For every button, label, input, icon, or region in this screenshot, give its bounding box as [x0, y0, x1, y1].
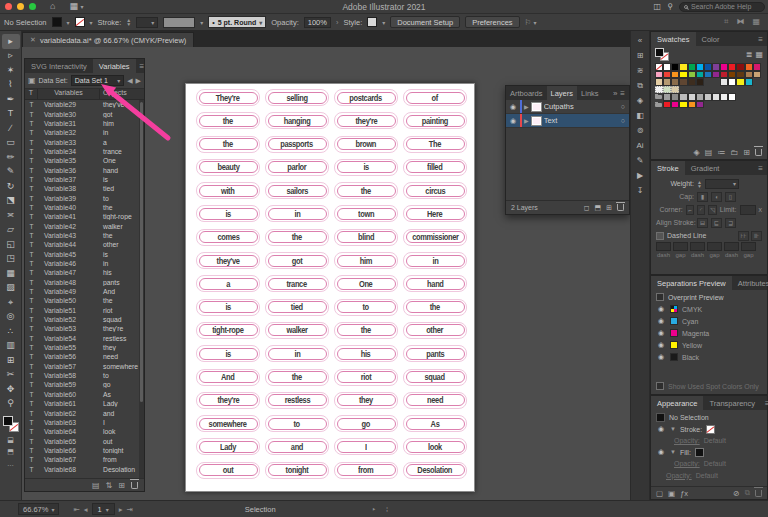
word-card[interactable]: him — [334, 252, 398, 269]
delete-item-icon[interactable] — [755, 490, 762, 497]
eyedropper-tool[interactable]: ⌖ — [2, 295, 20, 310]
plate-row[interactable]: ◉ Cyan — [651, 315, 767, 327]
gradient-tool[interactable]: ▨ — [2, 281, 20, 296]
object-opacity-link[interactable]: Opacity: — [666, 472, 692, 479]
visibility-eye-icon[interactable]: ◉ — [508, 103, 518, 111]
word-card[interactable]: is — [196, 299, 260, 316]
variable-row[interactable]: T Variable46 in — [25, 259, 144, 268]
color-swatch[interactable] — [696, 93, 704, 101]
word-card[interactable]: tied — [265, 299, 329, 316]
variable-row[interactable]: T Variable40 the — [25, 203, 144, 212]
color-swatch[interactable] — [736, 71, 744, 79]
tab-transparency[interactable]: Transparency — [703, 396, 761, 410]
round-join-icon[interactable]: ◜ — [697, 205, 705, 215]
document-tab[interactable]: ✕ variabledata.ai* @ 66.67% (CMYK/Previe… — [22, 32, 194, 47]
close-tab-icon[interactable]: ✕ — [30, 36, 36, 44]
delete-layer-icon[interactable] — [617, 204, 624, 211]
edit-toolbar-icon[interactable]: … — [7, 460, 14, 467]
list-view-icon[interactable]: ≣ — [746, 50, 753, 59]
tab-attributes[interactable]: Attributes — [732, 276, 768, 290]
fill-row-label[interactable]: Fill: — [680, 449, 691, 456]
visibility-eye-icon[interactable]: ◉ — [656, 329, 666, 337]
stroke-color-swatch[interactable] — [75, 17, 85, 27]
arrange-documents-icon[interactable]: ◫ — [654, 2, 662, 11]
plate-row[interactable]: ◉ Yellow — [651, 339, 767, 351]
panel-menu-icon[interactable]: ≡ — [620, 89, 625, 98]
word-card[interactable]: look — [403, 438, 467, 455]
word-card[interactable]: in — [265, 205, 329, 222]
color-swatch[interactable] — [704, 63, 712, 71]
variable-row[interactable]: T Variable35 One — [25, 156, 144, 165]
swatch-options-icon[interactable]: ≔ — [717, 148, 725, 157]
color-swatch[interactable] — [663, 101, 671, 109]
word-card[interactable]: They're — [196, 89, 260, 106]
perspective-grid-tool[interactable]: ◳ — [2, 252, 20, 267]
color-swatch[interactable] — [679, 63, 687, 71]
new-color-group-icon[interactable]: 🗀 — [730, 148, 738, 157]
add-effect-icon[interactable]: ƒx — [680, 489, 688, 498]
tab-stroke[interactable]: Stroke — [651, 161, 685, 175]
variable-row[interactable]: T Variable31 him — [25, 119, 144, 128]
fill-opacity-link[interactable]: Opacity: — [674, 460, 700, 467]
word-card[interactable]: they've — [196, 252, 260, 269]
layer-name[interactable]: Text — [544, 116, 619, 125]
blend-tool[interactable]: ◎ — [2, 310, 20, 325]
selection-tool[interactable]: ▸ — [2, 34, 20, 49]
stroke-weight-stepper[interactable]: ▲▼ — [126, 18, 131, 26]
color-swatch[interactable] — [696, 71, 704, 79]
color-swatch[interactable] — [712, 71, 720, 79]
word-card[interactable]: his — [334, 345, 398, 362]
miter-limit-field[interactable] — [740, 205, 756, 215]
gpu-performance-icon[interactable]: ⚲ — [667, 2, 673, 11]
word-card[interactable]: need — [403, 392, 467, 409]
symbol-sprayer-tool[interactable]: ∴ — [2, 324, 20, 339]
spot-colors-only-checkbox[interactable] — [656, 382, 664, 390]
color-swatch[interactable] — [712, 63, 720, 71]
color-swatch[interactable] — [655, 93, 663, 101]
variable-row[interactable]: T Variable42 walker — [25, 221, 144, 230]
color-swatch[interactable] — [688, 78, 696, 86]
next-data-set-icon[interactable]: ▶ — [136, 77, 141, 85]
color-swatch[interactable] — [745, 63, 753, 71]
shape-mode-icon[interactable]: ⧓ — [736, 17, 744, 27]
variable-row[interactable]: T Variable68 Desolation — [25, 464, 144, 473]
word-card[interactable]: in — [403, 252, 467, 269]
color-swatch[interactable] — [745, 71, 753, 79]
variable-row[interactable]: T Variable48 pants — [25, 278, 144, 287]
document-setup-button[interactable]: Document Setup — [390, 16, 460, 28]
stroke-none-swatch[interactable] — [706, 425, 715, 434]
variable-row[interactable]: T Variable62 and — [25, 408, 144, 417]
word-card[interactable]: the — [196, 112, 260, 129]
new-swatch-icon[interactable]: ⊞ — [743, 148, 750, 157]
word-card[interactable]: with — [196, 182, 260, 199]
color-swatch[interactable] — [704, 71, 712, 79]
word-card[interactable]: hanging — [265, 112, 329, 129]
variable-row[interactable]: T Variable55 they — [25, 343, 144, 352]
word-card[interactable]: selling — [265, 89, 329, 106]
color-swatch[interactable] — [688, 63, 696, 71]
variable-row[interactable]: T Variable54 restless — [25, 334, 144, 343]
disclosure-triangle-icon[interactable]: ▶ — [524, 117, 529, 124]
panel-menu-icon[interactable]: ≡ — [754, 32, 767, 46]
color-swatch[interactable] — [728, 63, 736, 71]
variable-row[interactable]: T Variable37 is — [25, 175, 144, 184]
ai-panel-icon[interactable]: Ai — [632, 138, 648, 153]
fill-stroke-proxy[interactable] — [655, 48, 669, 61]
variable-row[interactable]: T Variable65 out — [25, 436, 144, 445]
color-swatch[interactable] — [728, 93, 736, 101]
panel-menu-icon[interactable]: ≡ — [136, 59, 149, 73]
pencil-tool[interactable]: ✎ — [2, 165, 20, 180]
variable-row[interactable]: T Variable41 tight-rope — [25, 212, 144, 221]
tab-color[interactable]: Color — [696, 32, 726, 46]
visibility-eye-icon[interactable]: ◉ — [656, 448, 666, 456]
tab-separations-preview[interactable]: Separations Preview — [651, 276, 732, 290]
word-card[interactable]: squad — [403, 369, 467, 386]
align-outside-icon[interactable]: ⊒ — [725, 218, 736, 228]
word-card[interactable]: the — [334, 182, 398, 199]
zoom-tool[interactable]: ⚲ — [2, 397, 20, 412]
color-swatch[interactable] — [728, 71, 736, 79]
panel-menu-icon[interactable]: ≡ — [754, 161, 767, 175]
visibility-eye-icon[interactable]: ◉ — [656, 425, 666, 433]
brush-definition-dropdown[interactable]: •5 pt. Round▾ — [208, 16, 266, 28]
color-swatch[interactable] — [745, 78, 753, 86]
